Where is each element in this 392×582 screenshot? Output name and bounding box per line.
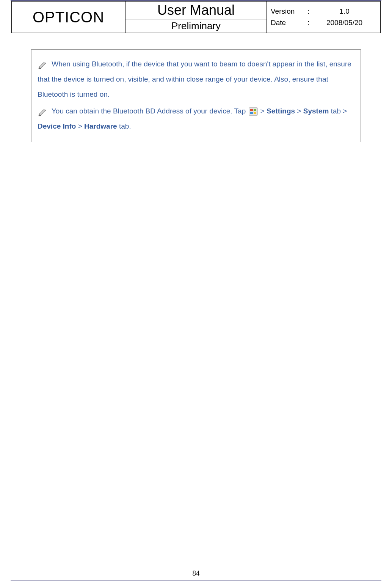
version-label: Version [271,7,305,16]
note-paragraph-2: You can obtain the Bluetooth BD Address … [38,104,354,134]
note-box: When using Bluetooth, if the device that… [31,49,361,142]
brand-name: OPTICON [12,2,125,33]
note2-tab2: tab. [117,122,131,130]
date-label: Date [271,19,305,27]
document-header: OPTICON User Manual Version : 1.0 Date :… [11,1,381,33]
note2-gt2: > [295,107,303,115]
date-row: Date : 2008/05/20 [267,17,380,28]
note2-settings: Settings [267,107,295,115]
page-number: 84 [0,569,392,577]
note2-hardware: Hardware [84,122,117,130]
document-title: User Manual [125,2,267,19]
note2-gt1: > [259,107,267,115]
note2-gt3: > [76,122,84,130]
note2-tab1: tab > [329,107,347,115]
note2-deviceinfo: Device Info [38,122,76,130]
note2-system: System [303,107,329,115]
version-value: 1.0 [312,7,376,16]
note-paragraph-1: When using Bluetooth, if the device that… [38,57,354,102]
document-subtitle: Preliminary [125,19,267,33]
note1-text: When using Bluetooth, if the device that… [38,60,351,98]
note2-text-prefix: You can obtain the Bluetooth BD Address … [50,107,248,115]
date-value: 2008/05/20 [312,19,376,27]
pencil-icon [38,107,47,116]
date-colon: : [305,19,312,27]
version-row: Version : 1.0 [267,6,380,17]
pencil-icon [38,60,47,69]
document-meta: Version : 1.0 Date : 2008/05/20 [267,2,381,33]
version-colon: : [305,7,312,16]
windows-start-icon [249,107,258,116]
